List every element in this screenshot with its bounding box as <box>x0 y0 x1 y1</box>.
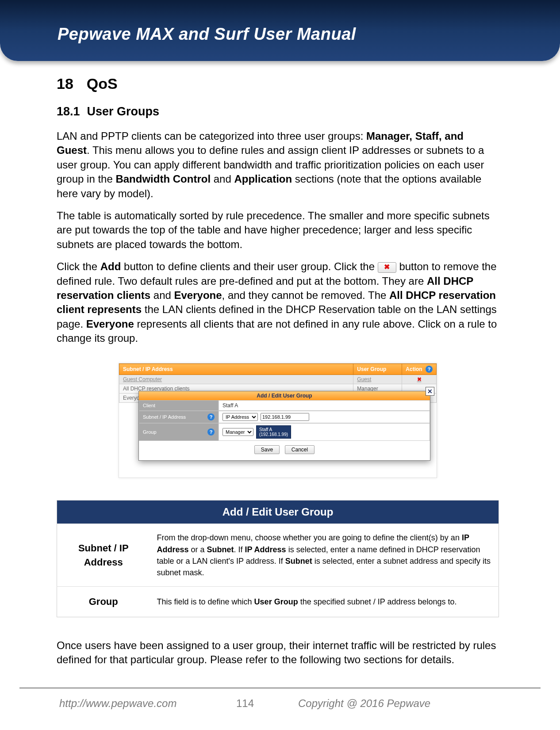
row-label-group: Group <box>57 586 150 617</box>
help-icon[interactable]: ? <box>207 428 215 436</box>
subnet-label: Subnet / IP Address? <box>139 411 219 423</box>
table-row: Group This field is to define which User… <box>57 586 499 617</box>
col-subnet: Subnet / IP Address <box>119 364 353 375</box>
paragraph-1: LAN and PPTP clients can be categorized … <box>57 129 499 201</box>
paragraph-4: Once users have been assigned to a user … <box>57 638 499 667</box>
section-title: QoS <box>87 75 118 92</box>
section-heading: 18QoS <box>57 75 499 92</box>
page-content: 18QoS 18.1User Groups LAN and PPTP clien… <box>57 75 499 675</box>
group-field: Manager Staff A (192.168.1.99) <box>219 423 430 441</box>
add-edit-user-group-dialog: Add / Edit User Group ✕ Client Staff A S… <box>138 391 430 461</box>
remove-icon[interactable]: ✖ <box>417 376 422 382</box>
col-group: User Group <box>353 364 402 375</box>
subnet-field: IP Address <box>219 411 430 423</box>
subsection-title: User Groups <box>87 105 160 118</box>
footer-copyright: Copyright @ 2016 Pepwave <box>280 697 541 710</box>
header-banner: Pepwave MAX and Surf User Manual <box>0 0 560 61</box>
row-label-subnet: Subnet / IP Address <box>57 524 150 586</box>
paragraph-3: Click the Add button to define clients a… <box>57 260 499 345</box>
footer-page-number: 114 <box>210 697 280 710</box>
remove-rule-icon: ✖ <box>378 262 396 273</box>
add-edit-description-table: Add / Edit User Group Subnet / IP Addres… <box>57 500 499 617</box>
desc-heading: Add / Edit User Group <box>57 501 499 524</box>
client-tooltip: Staff A (192.168.1.99) <box>256 425 291 439</box>
table-row[interactable]: Guest Computer Guest ✖ <box>119 375 437 384</box>
table-row: Subnet / IP Address From the drop-down m… <box>57 524 499 586</box>
help-icon[interactable]: ? <box>426 366 433 373</box>
help-icon[interactable]: ? <box>207 413 215 420</box>
user-group-screenshot: Subnet / IP Address User Group Action ? … <box>119 363 437 478</box>
section-number: 18 <box>57 75 73 92</box>
row-desc-subnet: From the drop-down menu, choose whether … <box>150 524 499 586</box>
subnet-type-select[interactable]: IP Address <box>222 413 258 421</box>
close-icon[interactable]: ✕ <box>426 387 434 396</box>
footer-url: http://www.pepwave.com <box>19 697 210 710</box>
group-select[interactable]: Manager <box>222 428 253 436</box>
manual-title: Pepwave MAX and Surf User Manual <box>58 25 356 44</box>
subsection-number: 18.1 <box>57 105 80 118</box>
subsection-heading: 18.1User Groups <box>57 105 499 118</box>
dialog-title: Add / Edit User Group ✕ <box>139 391 430 400</box>
cancel-button[interactable]: Cancel <box>285 445 315 454</box>
save-button[interactable]: Save <box>254 445 280 454</box>
subnet-ip-input[interactable] <box>261 413 309 421</box>
row-desc-group: This field is to define which User Group… <box>150 586 499 617</box>
client-label: Client <box>139 400 219 411</box>
client-value: Staff A <box>219 400 430 411</box>
page-footer: http://www.pepwave.com 114 Copyright @ 2… <box>19 688 541 710</box>
group-label: Group? <box>139 423 219 441</box>
paragraph-2: The table is automatically sorted by rul… <box>57 209 499 252</box>
col-action: Action ? <box>402 364 437 375</box>
